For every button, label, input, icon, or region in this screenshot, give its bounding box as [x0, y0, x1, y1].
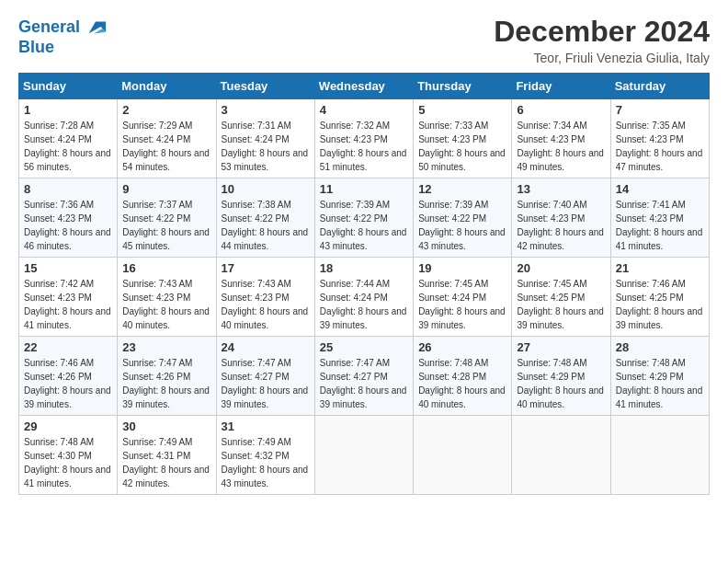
day-number: 23 — [122, 340, 210, 354]
day-detail: Sunrise: 7:40 AMSunset: 4:23 PMDaylight:… — [517, 198, 605, 253]
day-detail: Sunrise: 7:41 AMSunset: 4:23 PMDaylight:… — [616, 198, 704, 253]
day-detail: Sunrise: 7:45 AMSunset: 4:24 PMDaylight:… — [418, 277, 506, 332]
logo-text2: Blue — [18, 39, 54, 57]
day-detail: Sunrise: 7:45 AMSunset: 4:25 PMDaylight:… — [517, 277, 605, 332]
table-cell: 16 Sunrise: 7:43 AMSunset: 4:23 PMDaylig… — [118, 258, 216, 337]
day-number: 5 — [418, 103, 506, 117]
week-row-1: 1 Sunrise: 7:28 AMSunset: 4:24 PMDayligh… — [19, 99, 710, 178]
table-cell: 24 Sunrise: 7:47 AMSunset: 4:27 PMDaylig… — [216, 337, 314, 416]
week-row-5: 29 Sunrise: 7:48 AMSunset: 4:30 PMDaylig… — [19, 416, 710, 495]
col-monday: Monday — [118, 74, 216, 99]
day-number: 18 — [320, 261, 408, 275]
day-number: 13 — [517, 182, 605, 196]
table-cell: 29 Sunrise: 7:48 AMSunset: 4:30 PMDaylig… — [19, 416, 118, 495]
day-number: 3 — [222, 103, 310, 117]
col-sunday: Sunday — [19, 74, 118, 99]
table-cell: 6 Sunrise: 7:34 AMSunset: 4:23 PMDayligh… — [512, 99, 610, 178]
table-cell: 12 Sunrise: 7:39 AMSunset: 4:22 PMDaylig… — [414, 178, 512, 258]
table-cell — [314, 416, 413, 495]
logo-icon — [82, 15, 108, 40]
location-subtitle: Teor, Friuli Venezia Giulia, Italy — [494, 51, 710, 65]
table-cell: 5 Sunrise: 7:33 AMSunset: 4:23 PMDayligh… — [414, 99, 512, 178]
day-detail: Sunrise: 7:43 AMSunset: 4:23 PMDaylight:… — [222, 277, 310, 332]
day-detail: Sunrise: 7:38 AMSunset: 4:22 PMDaylight:… — [222, 198, 310, 253]
day-number: 10 — [222, 182, 310, 196]
table-cell: 28 Sunrise: 7:48 AMSunset: 4:29 PMDaylig… — [610, 337, 709, 416]
table-cell: 2 Sunrise: 7:29 AMSunset: 4:24 PMDayligh… — [118, 99, 216, 178]
calendar-table: Sunday Monday Tuesday Wednesday Thursday… — [18, 73, 710, 495]
table-cell: 11 Sunrise: 7:39 AMSunset: 4:22 PMDaylig… — [314, 178, 413, 258]
day-detail: Sunrise: 7:42 AMSunset: 4:23 PMDaylight:… — [24, 277, 112, 332]
day-detail: Sunrise: 7:46 AMSunset: 4:25 PMDaylight:… — [616, 277, 704, 332]
day-number: 19 — [418, 261, 506, 275]
day-number: 28 — [616, 340, 704, 354]
table-cell: 8 Sunrise: 7:36 AMSunset: 4:23 PMDayligh… — [19, 178, 118, 258]
table-cell: 7 Sunrise: 7:35 AMSunset: 4:23 PMDayligh… — [610, 99, 709, 178]
day-detail: Sunrise: 7:39 AMSunset: 4:22 PMDaylight:… — [418, 198, 506, 253]
day-number: 12 — [418, 182, 506, 196]
day-number: 15 — [24, 261, 112, 275]
table-cell: 10 Sunrise: 7:38 AMSunset: 4:22 PMDaylig… — [216, 178, 314, 258]
day-detail: Sunrise: 7:48 AMSunset: 4:29 PMDaylight:… — [616, 356, 704, 411]
table-cell: 13 Sunrise: 7:40 AMSunset: 4:23 PMDaylig… — [512, 178, 610, 258]
day-detail: Sunrise: 7:37 AMSunset: 4:22 PMDaylight:… — [122, 198, 210, 253]
table-cell — [414, 416, 512, 495]
col-tuesday: Tuesday — [216, 74, 314, 99]
day-number: 7 — [616, 103, 704, 117]
table-cell: 26 Sunrise: 7:48 AMSunset: 4:28 PMDaylig… — [414, 337, 512, 416]
day-detail: Sunrise: 7:48 AMSunset: 4:28 PMDaylight:… — [418, 356, 506, 411]
day-detail: Sunrise: 7:39 AMSunset: 4:22 PMDaylight:… — [320, 198, 408, 253]
table-cell — [610, 416, 709, 495]
title-block: December 2024 Teor, Friuli Venezia Giuli… — [494, 15, 710, 65]
day-detail: Sunrise: 7:29 AMSunset: 4:24 PMDaylight:… — [122, 119, 210, 174]
col-thursday: Thursday — [414, 74, 512, 99]
day-number: 27 — [517, 340, 605, 354]
day-detail: Sunrise: 7:36 AMSunset: 4:23 PMDaylight:… — [24, 198, 112, 253]
day-number: 22 — [24, 340, 112, 354]
table-cell: 25 Sunrise: 7:47 AMSunset: 4:27 PMDaylig… — [314, 337, 413, 416]
col-friday: Friday — [512, 74, 610, 99]
table-cell: 1 Sunrise: 7:28 AMSunset: 4:24 PMDayligh… — [19, 99, 118, 178]
table-cell: 18 Sunrise: 7:44 AMSunset: 4:24 PMDaylig… — [314, 258, 413, 337]
table-cell: 3 Sunrise: 7:31 AMSunset: 4:24 PMDayligh… — [216, 99, 314, 178]
week-row-3: 15 Sunrise: 7:42 AMSunset: 4:23 PMDaylig… — [19, 258, 710, 337]
day-detail: Sunrise: 7:48 AMSunset: 4:30 PMDaylight:… — [24, 435, 112, 490]
table-cell: 17 Sunrise: 7:43 AMSunset: 4:23 PMDaylig… — [216, 258, 314, 337]
day-detail: Sunrise: 7:47 AMSunset: 4:27 PMDaylight:… — [222, 356, 310, 411]
day-number: 30 — [122, 419, 210, 433]
day-detail: Sunrise: 7:47 AMSunset: 4:26 PMDaylight:… — [122, 356, 210, 411]
table-cell: 20 Sunrise: 7:45 AMSunset: 4:25 PMDaylig… — [512, 258, 610, 337]
day-number: 4 — [320, 103, 408, 117]
day-number: 17 — [222, 261, 310, 275]
day-number: 31 — [222, 419, 310, 433]
col-saturday: Saturday — [610, 74, 709, 99]
day-number: 2 — [122, 103, 210, 117]
day-number: 26 — [418, 340, 506, 354]
logo: General Blue — [18, 15, 108, 57]
day-detail: Sunrise: 7:47 AMSunset: 4:27 PMDaylight:… — [320, 356, 408, 411]
day-detail: Sunrise: 7:28 AMSunset: 4:24 PMDaylight:… — [24, 119, 112, 174]
table-cell: 15 Sunrise: 7:42 AMSunset: 4:23 PMDaylig… — [19, 258, 118, 337]
table-cell: 30 Sunrise: 7:49 AMSunset: 4:31 PMDaylig… — [118, 416, 216, 495]
day-number: 16 — [122, 261, 210, 275]
table-cell: 22 Sunrise: 7:46 AMSunset: 4:26 PMDaylig… — [19, 337, 118, 416]
month-year-title: December 2024 — [494, 15, 710, 49]
day-number: 9 — [122, 182, 210, 196]
day-detail: Sunrise: 7:49 AMSunset: 4:31 PMDaylight:… — [122, 435, 210, 490]
day-detail: Sunrise: 7:35 AMSunset: 4:23 PMDaylight:… — [616, 119, 704, 174]
week-row-2: 8 Sunrise: 7:36 AMSunset: 4:23 PMDayligh… — [19, 178, 710, 258]
day-detail: Sunrise: 7:46 AMSunset: 4:26 PMDaylight:… — [24, 356, 112, 411]
page-header: General Blue December 2024 Teor, Friuli … — [18, 15, 710, 65]
table-cell — [512, 416, 610, 495]
table-cell: 27 Sunrise: 7:48 AMSunset: 4:29 PMDaylig… — [512, 337, 610, 416]
table-cell: 14 Sunrise: 7:41 AMSunset: 4:23 PMDaylig… — [610, 178, 709, 258]
table-cell: 31 Sunrise: 7:49 AMSunset: 4:32 PMDaylig… — [216, 416, 314, 495]
day-number: 20 — [517, 261, 605, 275]
day-detail: Sunrise: 7:34 AMSunset: 4:23 PMDaylight:… — [517, 119, 605, 174]
day-detail: Sunrise: 7:44 AMSunset: 4:24 PMDaylight:… — [320, 277, 408, 332]
day-detail: Sunrise: 7:33 AMSunset: 4:23 PMDaylight:… — [418, 119, 506, 174]
day-number: 29 — [24, 419, 112, 433]
day-detail: Sunrise: 7:48 AMSunset: 4:29 PMDaylight:… — [517, 356, 605, 411]
day-number: 11 — [320, 182, 408, 196]
day-number: 8 — [24, 182, 112, 196]
